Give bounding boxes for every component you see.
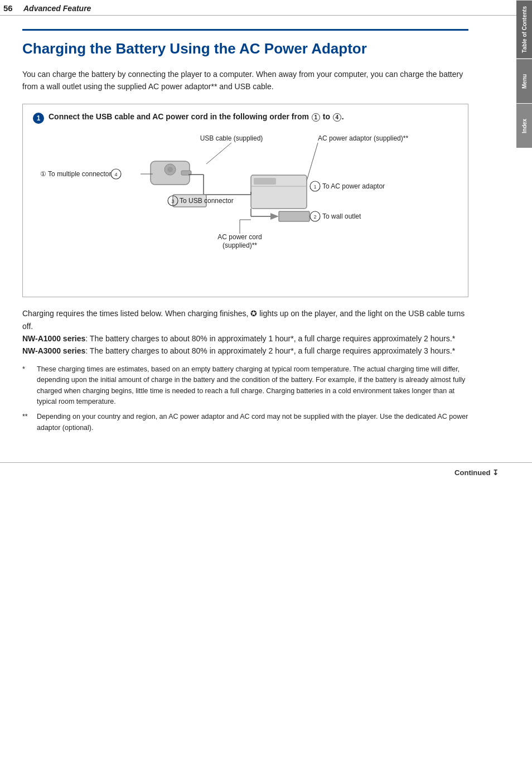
intro-paragraph: You can charge the battery by connecting… <box>22 68 468 93</box>
step-title: Connect the USB cable and AC power cord … <box>49 112 344 122</box>
connection-diagram: USB cable (supplied) AC power adaptor (s… <box>33 130 458 287</box>
circle-1: 1 <box>312 113 320 122</box>
circle-4: 4 <box>333 113 341 122</box>
step-header: 1 Connect the USB cable and AC power cor… <box>33 112 458 124</box>
svg-text:4: 4 <box>114 172 117 177</box>
svg-text:To AC power adaptor: To AC power adaptor <box>322 182 385 190</box>
nw-a3000-label: NW-A3000 series <box>22 346 85 355</box>
svg-rect-25 <box>279 211 309 221</box>
svg-text:USB cable (supplied): USB cable (supplied) <box>200 134 263 142</box>
svg-rect-19 <box>254 178 276 185</box>
svg-text:To USB connector: To USB connector <box>180 197 234 205</box>
diagram-container: USB cable (supplied) AC power adaptor (s… <box>33 130 458 287</box>
nw-a3000-text: : The battery charges to about 80% in ap… <box>85 346 455 355</box>
page-header: 56 Advanced Feature <box>0 0 532 16</box>
footnote-2-text: Depending on your country and region, an… <box>37 412 468 433</box>
section-title: Charging the Battery Using the AC Power … <box>22 29 468 58</box>
tab-toc[interactable]: Table of Contents <box>516 0 532 59</box>
footnote-2-marker: ** <box>22 412 33 433</box>
nw-a1000-label: NW-A1000 series <box>22 334 85 343</box>
svg-text:To wall outlet: To wall outlet <box>322 212 361 220</box>
footnotes: * These charging times are estimates, ba… <box>22 364 468 433</box>
step-number: 1 <box>33 113 44 124</box>
svg-marker-26 <box>270 213 279 220</box>
svg-text:AC power cord: AC power cord <box>217 233 262 241</box>
svg-line-3 <box>307 143 318 181</box>
tab-menu[interactable]: Menu <box>516 59 532 103</box>
svg-text:3: 3 <box>171 199 174 204</box>
header-title: Advanced Feature <box>23 4 91 13</box>
tab-index[interactable]: Index <box>516 103 532 148</box>
footnote-1-marker: * <box>22 364 33 408</box>
page-number: 56 <box>3 3 23 13</box>
continued-footer: Continued ↧ <box>0 462 532 482</box>
svg-point-6 <box>167 167 173 172</box>
footnote-1-text: These charging times are estimates, base… <box>37 364 468 408</box>
side-tabs: Table of Contents Menu Index <box>516 0 532 148</box>
svg-text:AC power adaptor (supplied)**: AC power adaptor (supplied)** <box>318 134 408 142</box>
continued-text: Continued <box>454 468 490 477</box>
footnote-2: ** Depending on your country and region,… <box>22 412 468 433</box>
svg-text:2: 2 <box>313 214 316 220</box>
svg-text:1: 1 <box>313 184 316 190</box>
step-box: 1 Connect the USB cable and AC power cor… <box>22 104 468 297</box>
svg-text:① To multiple connector: ① To multiple connector <box>40 170 112 178</box>
footnote-1: * These charging times are estimates, ba… <box>22 364 468 408</box>
svg-line-1 <box>206 143 231 164</box>
charging-paragraph: Charging requires the times listed below… <box>22 307 468 357</box>
svg-text:(supplied)**: (supplied)** <box>223 241 257 249</box>
main-content: Charging the Battery Using the AC Power … <box>0 16 502 451</box>
nw-a1000-text: : The battery charges to about 80% in ap… <box>85 334 455 343</box>
